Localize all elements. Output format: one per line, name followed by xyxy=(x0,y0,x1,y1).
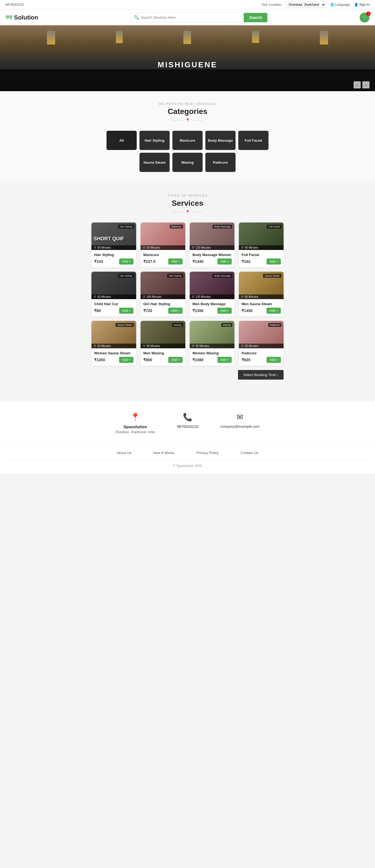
service-bottom-women-waxing: ₹1080 Add + xyxy=(193,357,232,363)
service-price-women-waxing: ₹1080 xyxy=(193,358,203,362)
service-card-women-sauna: Sauna Steam ⏱ 60 Minutes Women Sauna Ste… xyxy=(92,321,136,366)
service-img-women-waxing: waxing ⏱ 65 Minutes xyxy=(190,321,234,348)
service-price-child-hair: ₹80 xyxy=(94,308,101,313)
add-btn-body-massage[interactable]: Add + xyxy=(217,258,232,265)
categories-header: WE PROVIDE BEST SERVICES Categories 📍 xyxy=(5,102,370,123)
hero-next-button[interactable]: › xyxy=(362,81,370,88)
service-tag-men-massage: Body Massage xyxy=(212,274,232,278)
category-all[interactable]: All xyxy=(106,131,137,150)
language-button[interactable]: 🌐 Language xyxy=(330,3,350,7)
add-btn-hair-styling[interactable]: Add + xyxy=(119,258,133,265)
service-tag-manicure: Manicure xyxy=(170,225,183,228)
service-info-women-sauna: Women Sauna Steam ₹1450 Add + xyxy=(92,348,136,366)
category-hair-styling[interactable]: Hair Styling xyxy=(139,131,170,150)
footer-nav-links: About Us How It Works Privacy Policy Con… xyxy=(5,451,370,455)
add-btn-full-facial[interactable]: Add + xyxy=(267,258,281,265)
service-name-girl-hair: Girl Hair Styling xyxy=(143,302,182,306)
add-btn-men-sauna[interactable]: Add + xyxy=(267,308,281,314)
logo[interactable]: स्पा Solution xyxy=(5,14,38,21)
divider-icon: 📍 xyxy=(185,118,190,123)
service-card-women-waxing: waxing ⏱ 65 Minutes Women Waxing ₹1080 A… xyxy=(190,321,234,366)
topbar-right: Your Location Dhanbad, Jharkhand 🌐 Langu… xyxy=(261,2,370,8)
categories-divider: 📍 xyxy=(5,118,370,123)
category-full-facial[interactable]: Full Facial xyxy=(238,131,269,150)
service-name-manicure: Manicure xyxy=(143,253,182,257)
service-time-women-waxing: ⏱ 65 Minutes xyxy=(190,344,234,348)
search-input[interactable] xyxy=(141,16,240,20)
service-time-body-massage: ⏱ 120 Minutes xyxy=(190,245,234,250)
service-name-women-sauna: Women Sauna Steam xyxy=(94,351,133,355)
location-select[interactable]: Dhanbad, Jharkhand xyxy=(286,2,326,8)
service-img-body-massage: Body Massage ⏱ 120 Minutes xyxy=(190,222,234,250)
hero-inner: MISHIGUENE ‹ › xyxy=(0,25,375,91)
hero-prev-button[interactable]: ‹ xyxy=(353,81,361,88)
service-img-hair-styling: Hair Styling SHORT QUIF ⏱ 60 Minutes xyxy=(92,222,136,250)
service-name-body-massage: Body Massage Women xyxy=(193,253,232,257)
service-name-men-waxing: Men Waxing xyxy=(143,351,182,355)
service-time-child-hair: ⏱ 60 Minutes xyxy=(92,294,136,299)
footer-link-privacy-policy[interactable]: Privacy Policy xyxy=(197,451,219,455)
add-btn-women-waxing[interactable]: Add + xyxy=(217,357,232,363)
booking-row: Select Booking Time › xyxy=(92,370,283,380)
service-card-men-waxing: waxing ⏱ 80 Minutes Men Waxing ₹800 Add … xyxy=(141,321,185,366)
add-btn-men-waxing[interactable]: Add + xyxy=(168,357,182,363)
footer-location-item: 📍 Spasolution Dhanbad, Jharkhand, India xyxy=(115,412,155,434)
service-bottom-men-massage: ₹1350 Add + xyxy=(193,308,232,314)
hero-store-name: MISHIGUENE xyxy=(158,60,217,69)
service-img-manicure: Manicure ⏱ 60 Minutes xyxy=(141,222,185,250)
service-info-women-waxing: Women Waxing ₹1080 Add + xyxy=(190,348,234,366)
category-waxing[interactable]: Waxing xyxy=(172,153,203,172)
service-tag-men-sauna: Sauna Steam xyxy=(263,274,281,278)
service-tag-girl-hair: Hair Styling xyxy=(167,274,183,278)
category-padicure[interactable]: Padicure xyxy=(205,153,236,172)
service-time-padicure: ⏱ 50 Minutes xyxy=(239,344,283,348)
cart-button[interactable]: 🛒 1 xyxy=(360,12,370,23)
service-img-padicure: Padicure ⏱ 50 Minutes xyxy=(239,321,283,348)
service-bottom-women-sauna: ₹1450 Add + xyxy=(94,357,133,363)
services-divider-icon: 📍 xyxy=(185,210,190,214)
footer-link-contact-us[interactable]: Contact Us xyxy=(241,451,258,455)
add-btn-child-hair[interactable]: Add + xyxy=(119,308,133,314)
select-booking-button[interactable]: Select Booking Time › xyxy=(238,370,283,380)
add-btn-men-massage[interactable]: Add + xyxy=(217,308,232,314)
service-time-manicure: ⏱ 60 Minutes xyxy=(141,245,185,250)
category-sauna-steam[interactable]: Sauna Steam xyxy=(139,153,170,172)
service-card-child-hair: Hair Styling ⏱ 60 Minutes Child Hair Cut… xyxy=(92,272,136,316)
category-body-massage[interactable]: Body Massage xyxy=(205,131,236,150)
service-time-girl-hair: ⏱ 100 Minutes xyxy=(141,294,185,299)
service-price-men-sauna: ₹1450 xyxy=(242,308,252,313)
service-price-women-sauna: ₹1450 xyxy=(94,358,105,362)
signin-button[interactable]: 👤 Sign In xyxy=(354,3,370,7)
services-header: TYPES OF SERVICES Services 📍 xyxy=(5,194,370,214)
footer-link-how-it-works[interactable]: How It Works xyxy=(154,451,175,455)
service-tag-women-sauna: Sauna Steam xyxy=(115,323,134,327)
service-card-manicure: Manicure ⏱ 60 Minutes Manicure ₹237.5 Ad… xyxy=(141,222,185,267)
service-card-hair-styling: Hair Styling SHORT QUIF ⏱ 60 Minutes Hai… xyxy=(92,222,136,267)
category-manicure[interactable]: Manicure xyxy=(172,131,203,150)
add-btn-manicure[interactable]: Add + xyxy=(168,258,182,265)
service-info-child-hair: Child Hair Cut ₹80 Add + xyxy=(92,299,136,316)
service-img-men-sauna: Sauna Steam ⏱ 60 Minutes xyxy=(239,272,283,299)
cart-badge: 1 xyxy=(366,11,371,16)
service-bottom-men-sauna: ₹1450 Add + xyxy=(242,308,281,314)
service-name-women-waxing: Women Waxing xyxy=(193,351,232,355)
add-btn-padicure[interactable]: Add + xyxy=(267,357,281,363)
service-name-padicure: Padicure xyxy=(242,351,281,355)
service-card-body-massage: Body Massage ⏱ 120 Minutes Body Massage … xyxy=(190,222,234,267)
search-button[interactable]: Search xyxy=(244,13,268,22)
add-btn-women-sauna[interactable]: Add + xyxy=(119,357,133,363)
service-img-full-facial: Full Facial ⏱ 80 Minutes xyxy=(239,222,283,250)
footer-link-about-us[interactable]: About Us xyxy=(117,451,131,455)
service-img-men-waxing: waxing ⏱ 80 Minutes xyxy=(141,321,185,348)
hero-navigation: ‹ › xyxy=(353,81,370,88)
service-info-men-sauna: Men Sauna Steam ₹1450 Add + xyxy=(239,299,283,316)
search-input-wrap: 🔍 xyxy=(130,12,243,23)
service-price-padicure: ₹920 xyxy=(242,358,250,362)
service-bottom-men-waxing: ₹800 Add + xyxy=(143,357,182,363)
service-card-men-massage: Body Massage ⏱ 120 Minutes Men Body Mass… xyxy=(190,272,234,316)
service-img-girl-hair: Hair Styling ⏱ 100 Minutes xyxy=(141,272,185,299)
service-name-child-hair: Child Hair Cut xyxy=(94,302,133,306)
add-btn-girl-hair[interactable]: Add + xyxy=(168,308,182,314)
services-section: TYPES OF SERVICES Services 📍 Hair Stylin… xyxy=(0,183,375,391)
service-name-men-massage: Men Body Massage xyxy=(193,302,232,306)
